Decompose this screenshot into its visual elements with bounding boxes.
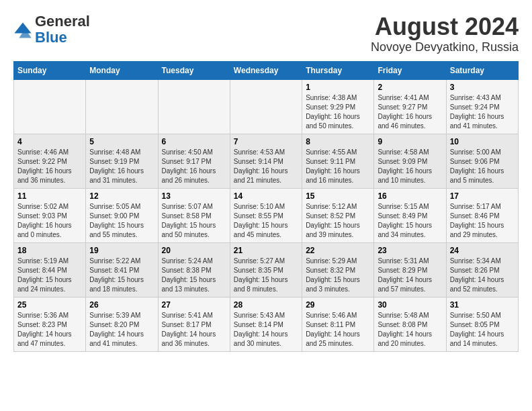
- calendar-cell: [230, 79, 302, 134]
- calendar-cell: 31Sunrise: 5:50 AM Sunset: 8:05 PM Dayli…: [446, 297, 518, 351]
- calendar-cell: 21Sunrise: 5:27 AM Sunset: 8:35 PM Dayli…: [230, 242, 302, 297]
- calendar-cell: 6Sunrise: 4:50 AM Sunset: 9:17 PM Daylig…: [158, 134, 230, 188]
- day-number: 27: [162, 300, 226, 310]
- weekday-header-wednesday: Wednesday: [230, 61, 302, 79]
- day-number: 5: [89, 137, 154, 146]
- calendar-cell: 9Sunrise: 4:58 AM Sunset: 9:09 PM Daylig…: [374, 134, 446, 188]
- day-number: 4: [17, 137, 82, 146]
- calendar-cell: 13Sunrise: 5:07 AM Sunset: 8:58 PM Dayli…: [158, 188, 230, 242]
- day-number: 31: [450, 300, 515, 310]
- day-number: 11: [17, 191, 82, 201]
- calendar-cell: 19Sunrise: 5:22 AM Sunset: 8:41 PM Dayli…: [86, 242, 158, 297]
- calendar-cell: [86, 79, 158, 134]
- calendar-cell: 15Sunrise: 5:12 AM Sunset: 8:52 PM Dayli…: [302, 188, 374, 242]
- day-number: 22: [306, 246, 370, 255]
- day-info: Sunrise: 5:12 AM Sunset: 8:52 PM Dayligh…: [306, 202, 370, 240]
- day-info: Sunrise: 4:43 AM Sunset: 9:24 PM Dayligh…: [450, 93, 515, 131]
- day-number: 20: [162, 246, 226, 255]
- calendar-cell: [158, 79, 230, 134]
- day-info: Sunrise: 5:00 AM Sunset: 9:06 PM Dayligh…: [450, 148, 515, 185]
- logo: General Blue: [13, 13, 90, 46]
- day-number: 28: [234, 300, 298, 310]
- day-number: 13: [162, 191, 226, 201]
- calendar-cell: 18Sunrise: 5:19 AM Sunset: 8:44 PM Dayli…: [14, 242, 86, 297]
- day-number: 18: [17, 246, 82, 255]
- calendar-week-1: 1Sunrise: 4:38 AM Sunset: 9:29 PM Daylig…: [14, 79, 519, 134]
- calendar-cell: 29Sunrise: 5:46 AM Sunset: 8:11 PM Dayli…: [302, 297, 374, 351]
- calendar-cell: 11Sunrise: 5:02 AM Sunset: 9:03 PM Dayli…: [14, 188, 86, 242]
- title-block: August 2024 Novoye Devyatkino, Russia: [371, 13, 519, 54]
- day-info: Sunrise: 5:19 AM Sunset: 8:44 PM Dayligh…: [17, 257, 82, 294]
- day-number: 25: [17, 300, 82, 310]
- calendar-cell: 17Sunrise: 5:17 AM Sunset: 8:46 PM Dayli…: [446, 188, 518, 242]
- weekday-header-saturday: Saturday: [446, 61, 518, 79]
- calendar-week-2: 4Sunrise: 4:46 AM Sunset: 9:22 PM Daylig…: [14, 134, 519, 188]
- calendar-cell: 12Sunrise: 5:05 AM Sunset: 9:00 PM Dayli…: [86, 188, 158, 242]
- day-info: Sunrise: 5:34 AM Sunset: 8:26 PM Dayligh…: [450, 257, 515, 294]
- day-info: Sunrise: 5:22 AM Sunset: 8:41 PM Dayligh…: [89, 257, 154, 294]
- day-number: 21: [234, 246, 298, 255]
- logo-icon: [13, 20, 32, 39]
- day-info: Sunrise: 5:36 AM Sunset: 8:23 PM Dayligh…: [17, 311, 82, 349]
- weekday-header-friday: Friday: [374, 61, 446, 79]
- day-number: 8: [306, 137, 370, 146]
- day-info: Sunrise: 5:17 AM Sunset: 8:46 PM Dayligh…: [450, 202, 515, 240]
- calendar-week-4: 18Sunrise: 5:19 AM Sunset: 8:44 PM Dayli…: [14, 242, 519, 297]
- calendar-week-3: 11Sunrise: 5:02 AM Sunset: 9:03 PM Dayli…: [14, 188, 519, 242]
- calendar-week-5: 25Sunrise: 5:36 AM Sunset: 8:23 PM Dayli…: [14, 297, 519, 351]
- weekday-header-monday: Monday: [86, 61, 158, 79]
- day-number: 23: [378, 246, 442, 255]
- day-info: Sunrise: 4:46 AM Sunset: 9:22 PM Dayligh…: [17, 148, 82, 185]
- day-number: 16: [378, 191, 442, 201]
- day-number: 7: [234, 137, 298, 146]
- day-number: 9: [378, 137, 442, 146]
- day-number: 24: [450, 246, 515, 255]
- day-number: 12: [89, 191, 154, 201]
- day-number: 1: [306, 83, 370, 92]
- day-info: Sunrise: 5:24 AM Sunset: 8:38 PM Dayligh…: [162, 257, 226, 294]
- day-number: 2: [378, 83, 442, 92]
- day-info: Sunrise: 5:48 AM Sunset: 8:08 PM Dayligh…: [378, 311, 442, 349]
- calendar-cell: 22Sunrise: 5:29 AM Sunset: 8:32 PM Dayli…: [302, 242, 374, 297]
- page-header: General Blue August 2024 Novoye Devyatki…: [13, 13, 519, 54]
- calendar-cell: 27Sunrise: 5:41 AM Sunset: 8:17 PM Dayli…: [158, 297, 230, 351]
- day-number: 17: [450, 191, 515, 201]
- calendar-cell: 7Sunrise: 4:53 AM Sunset: 9:14 PM Daylig…: [230, 134, 302, 188]
- calendar-cell: 30Sunrise: 5:48 AM Sunset: 8:08 PM Dayli…: [374, 297, 446, 351]
- day-number: 26: [89, 300, 154, 310]
- logo-blue: Blue: [35, 29, 67, 46]
- day-info: Sunrise: 5:15 AM Sunset: 8:49 PM Dayligh…: [378, 202, 442, 240]
- day-info: Sunrise: 5:31 AM Sunset: 8:29 PM Dayligh…: [378, 257, 442, 294]
- svg-marker-0: [14, 23, 31, 34]
- calendar-cell: 20Sunrise: 5:24 AM Sunset: 8:38 PM Dayli…: [158, 242, 230, 297]
- calendar-cell: 16Sunrise: 5:15 AM Sunset: 8:49 PM Dayli…: [374, 188, 446, 242]
- calendar-cell: 4Sunrise: 4:46 AM Sunset: 9:22 PM Daylig…: [14, 134, 86, 188]
- calendar-table: SundayMondayTuesdayWednesdayThursdayFrid…: [13, 61, 519, 352]
- weekday-header-thursday: Thursday: [302, 61, 374, 79]
- calendar-cell: 14Sunrise: 5:10 AM Sunset: 8:55 PM Dayli…: [230, 188, 302, 242]
- weekday-header-row: SundayMondayTuesdayWednesdayThursdayFrid…: [14, 61, 519, 79]
- day-info: Sunrise: 5:43 AM Sunset: 8:14 PM Dayligh…: [234, 311, 298, 349]
- day-info: Sunrise: 5:05 AM Sunset: 9:00 PM Dayligh…: [89, 202, 154, 240]
- calendar-cell: 2Sunrise: 4:41 AM Sunset: 9:27 PM Daylig…: [374, 79, 446, 134]
- day-info: Sunrise: 5:46 AM Sunset: 8:11 PM Dayligh…: [306, 311, 370, 349]
- day-info: Sunrise: 4:55 AM Sunset: 9:11 PM Dayligh…: [306, 148, 370, 185]
- day-info: Sunrise: 4:50 AM Sunset: 9:17 PM Dayligh…: [162, 148, 226, 185]
- day-info: Sunrise: 5:07 AM Sunset: 8:58 PM Dayligh…: [162, 202, 226, 240]
- day-info: Sunrise: 5:50 AM Sunset: 8:05 PM Dayligh…: [450, 311, 515, 349]
- day-info: Sunrise: 5:27 AM Sunset: 8:35 PM Dayligh…: [234, 257, 298, 294]
- calendar-cell: 23Sunrise: 5:31 AM Sunset: 8:29 PM Dayli…: [374, 242, 446, 297]
- day-info: Sunrise: 4:58 AM Sunset: 9:09 PM Dayligh…: [378, 148, 442, 185]
- month-year-title: August 2024: [371, 13, 519, 40]
- day-info: Sunrise: 4:38 AM Sunset: 9:29 PM Dayligh…: [306, 93, 370, 131]
- day-info: Sunrise: 5:02 AM Sunset: 9:03 PM Dayligh…: [17, 202, 82, 240]
- day-number: 19: [89, 246, 154, 255]
- day-info: Sunrise: 4:48 AM Sunset: 9:19 PM Dayligh…: [89, 148, 154, 185]
- location-title: Novoye Devyatkino, Russia: [371, 40, 519, 54]
- calendar-cell: 10Sunrise: 5:00 AM Sunset: 9:06 PM Dayli…: [446, 134, 518, 188]
- day-number: 6: [162, 137, 226, 146]
- day-info: Sunrise: 5:10 AM Sunset: 8:55 PM Dayligh…: [234, 202, 298, 240]
- day-info: Sunrise: 4:53 AM Sunset: 9:14 PM Dayligh…: [234, 148, 298, 185]
- weekday-header-tuesday: Tuesday: [158, 61, 230, 79]
- calendar-cell: 1Sunrise: 4:38 AM Sunset: 9:29 PM Daylig…: [302, 79, 374, 134]
